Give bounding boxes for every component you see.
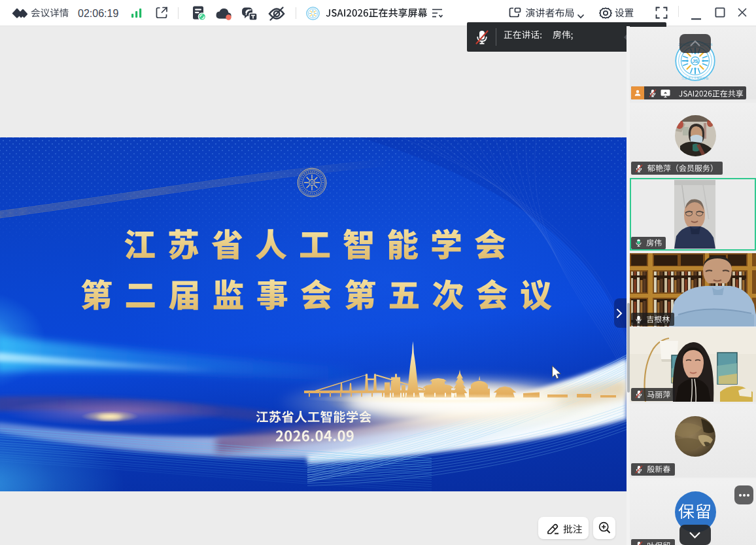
svg-text:JS: JS [310, 181, 315, 185]
svg-text:JS: JS [692, 58, 698, 64]
svg-text:江苏省人工智能学会: 江苏省人工智能学会 [681, 76, 709, 80]
